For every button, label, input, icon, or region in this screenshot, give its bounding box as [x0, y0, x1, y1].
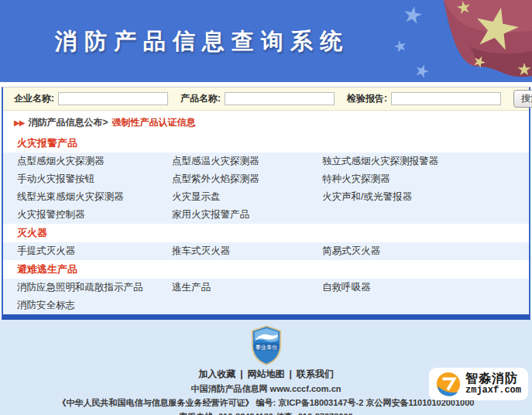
product-grid: 消防应急照明和疏散指示产品 逃生产品 自救呼吸器 消防安全标志	[3, 279, 529, 314]
search-button[interactable]: 搜索	[513, 90, 532, 108]
badge-label: 事业单位	[255, 345, 277, 351]
section-title: 灭火器	[3, 224, 529, 242]
product-link[interactable]: 自救呼吸器	[322, 279, 529, 297]
section-escape-products: 避难逃生产品 消防应急照明和疏散指示产品 逃生产品 自救呼吸器 消防安全标志	[3, 260, 529, 314]
inspection-report-input[interactable]	[391, 92, 501, 105]
breadcrumb-arrows-icon: ▶▶	[14, 118, 24, 127]
product-link[interactable]: 逃生产品	[172, 279, 322, 297]
zmjaxf-logo-icon	[436, 372, 461, 396]
product-name-input[interactable]	[225, 92, 335, 105]
inspection-report-label: 检验报告:	[347, 92, 387, 105]
footer: 事业单位 加入收藏|网站地图|联系我们 中国消防产品信息网 www.cccf.c…	[0, 320, 532, 415]
breadcrumb-root-link[interactable]: 消防产品信息公布>	[28, 116, 108, 129]
product-link[interactable]: 消防应急照明和疏散指示产品	[17, 279, 172, 297]
product-grid: 手提式灭火器 推车式灭火器 简易式灭火器	[3, 242, 529, 260]
logo-name: 智淼消防	[465, 372, 521, 386]
public-institution-badge-icon: 事业单位	[250, 325, 283, 365]
section-fire-extinguishers: 灭火器 手提式灭火器 推车式灭火器 简易式灭火器	[3, 224, 529, 260]
product-link[interactable]: 点型感烟火灾探测器	[17, 153, 172, 170]
site-banner: 消防产品信息查询系统	[0, 0, 532, 82]
company-name-input[interactable]	[58, 92, 168, 105]
product-link[interactable]: 推车式灭火器	[172, 242, 322, 260]
section-title: 避难逃生产品	[3, 260, 529, 279]
product-link[interactable]: 消防安全标志	[17, 297, 172, 314]
link-separator: |	[290, 369, 292, 379]
product-link[interactable]: 家用火灾报警产品	[172, 206, 322, 224]
section-fire-alarm-products: 火灾报警产品 点型感烟火灾探测器 点型感温火灾探测器 独立式感烟火灾探测报警器 …	[3, 134, 529, 224]
product-grid: 点型感烟火灾探测器 点型感温火灾探测器 独立式感烟火灾探测报警器 手动火灾报警按…	[3, 153, 529, 224]
footer-link-sitemap[interactable]: 网站地图	[248, 369, 285, 379]
product-link[interactable]: 火灾显示盘	[172, 188, 322, 206]
product-link[interactable]: 手提式灭火器	[17, 242, 172, 260]
page-title: 消防产品信息查询系统	[0, 26, 404, 57]
product-link[interactable]: 特种火灾探测器	[322, 170, 529, 188]
product-link[interactable]: 独立式感烟火灾探测报警器	[322, 153, 529, 170]
breadcrumb-current-link[interactable]: 强制性产品认证信息	[112, 116, 195, 129]
company-name-label: 企业名称:	[14, 92, 54, 105]
china-flag-decoration-icon	[393, 0, 532, 82]
breadcrumb: ▶▶ 消防产品信息公布> 强制性产品认证信息	[3, 111, 529, 134]
footer-service-line: 客服专线: 010-83424180 传真: 010-87278660	[0, 411, 532, 415]
zmjaxf-logo-text: 智淼消防 zmjaxf.com	[465, 372, 521, 395]
product-link[interactable]: 点型紫外火焰探测器	[172, 170, 322, 188]
search-bar: 企业名称: 产品名称: 检验报告: 搜索 高级搜索	[3, 87, 529, 111]
product-link[interactable]: 点型感温火灾探测器	[172, 153, 322, 170]
footer-link-favorites[interactable]: 加入收藏	[198, 369, 235, 379]
product-link[interactable]: 火灾声和/或光警报器	[322, 188, 529, 206]
footer-link-contact[interactable]: 联系我们	[297, 369, 334, 379]
product-link[interactable]: 火灾报警控制器	[17, 206, 172, 224]
link-separator: |	[240, 369, 242, 379]
zmjaxf-logo[interactable]: 智淼消防 zmjaxf.com	[429, 368, 528, 400]
section-title: 火灾报警产品	[3, 134, 529, 153]
logo-domain: zmjaxf.com	[465, 386, 521, 396]
product-link[interactable]: 手动火灾报警按钮	[17, 170, 172, 188]
product-link[interactable]: 简易式灭火器	[322, 242, 529, 260]
product-link[interactable]: 线型光束感烟火灾探测器	[17, 188, 172, 206]
product-name-label: 产品名称:	[180, 92, 221, 105]
content-box: 企业名称: 产品名称: 检验报告: 搜索 高级搜索 ▶▶ 消防产品信息公布> 强…	[2, 87, 530, 320]
